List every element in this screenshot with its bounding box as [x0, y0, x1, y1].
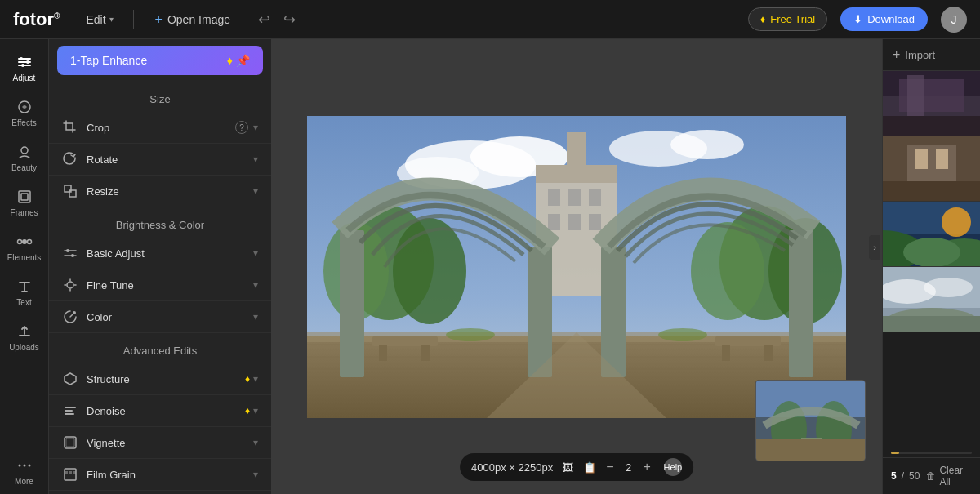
crop-help-icon[interactable]: ? — [235, 121, 248, 134]
help-button[interactable]: Help — [664, 458, 682, 476]
size-section-header: Size — [49, 82, 271, 112]
sidebar-item-elements[interactable]: Elements — [0, 225, 48, 270]
vignette-tool[interactable]: Vignette ▾ — [49, 427, 271, 459]
basic-adjust-chevron-icon: ▾ — [253, 247, 258, 259]
logo: fotor® — [13, 9, 60, 30]
svg-point-95 — [903, 238, 960, 267]
svg-rect-79 — [756, 439, 866, 461]
pixelate-tool[interactable]: Pixelate ▾ — [49, 491, 271, 494]
crop-icon — [62, 119, 78, 136]
image-dimensions: 4000px × 2250px — [471, 461, 553, 474]
progress-fill — [891, 452, 899, 454]
svg-rect-49 — [567, 132, 586, 181]
svg-point-18 — [66, 249, 69, 252]
crop-tool[interactable]: Crop ? ▾ — [49, 112, 271, 144]
beauty-icon — [16, 144, 33, 160]
film-grain-tool[interactable]: Film Grain ▾ — [49, 459, 271, 491]
canvas-area: 4000px × 2250px 🖼 📋 − 2 + Help — [271, 39, 882, 494]
edit-menu[interactable]: Edit ▾ — [79, 10, 119, 29]
resize-chevron-icon: ▾ — [253, 185, 258, 197]
color-icon — [62, 309, 78, 325]
vignette-icon — [62, 434, 78, 451]
basic-adjust-label: Basic Adjust — [87, 247, 253, 260]
brightness-section-header: Brightness & Color — [49, 207, 271, 238]
rotate-chevron-icon: ▾ — [253, 154, 258, 165]
effects-icon — [16, 99, 33, 115]
thumbnail-item-2[interactable] — [883, 136, 980, 202]
film-grain-icon — [62, 466, 78, 483]
color-chevron-icon: ▾ — [253, 311, 258, 323]
svg-point-21 — [73, 311, 76, 314]
adjust-icon — [16, 54, 33, 70]
svg-point-10 — [22, 239, 27, 244]
svg-point-73 — [658, 328, 707, 341]
svg-rect-83 — [907, 75, 924, 116]
svg-rect-87 — [915, 149, 928, 169]
thumbnail-image — [756, 381, 866, 461]
import-button[interactable]: + Import — [883, 39, 980, 71]
svg-point-14 — [23, 465, 25, 467]
icon-sidebar: Adjust Effects Beauty Frames — [0, 39, 49, 494]
thumbnail-item-4[interactable] — [883, 267, 980, 332]
download-button[interactable]: ⬇ Download — [840, 7, 928, 31]
undo-button[interactable]: ↩ — [255, 7, 274, 32]
enhance-button[interactable]: 1-Tap Enhance ♦ 📌 — [57, 46, 263, 75]
right-panel-toggle[interactable]: › — [869, 235, 880, 260]
zoom-controls: − 2 + — [606, 460, 651, 474]
open-image-plus-icon: + — [155, 12, 163, 27]
color-label: Color — [87, 311, 253, 323]
copy-icon: 📋 — [583, 461, 596, 474]
zoom-out-button[interactable]: − — [606, 460, 613, 474]
denoise-label: Denoise — [87, 405, 245, 417]
structure-label: Structure — [87, 373, 245, 385]
svg-rect-65 — [789, 230, 813, 377]
crown-icon: ♦ — [760, 13, 766, 25]
svg-rect-29 — [69, 471, 72, 474]
svg-point-12 — [27, 240, 31, 244]
zoom-in-button[interactable]: + — [644, 460, 651, 474]
svg-point-99 — [924, 278, 973, 297]
svg-point-92 — [942, 207, 971, 237]
topbar: fotor® Edit ▾ + Open Image ↩ ↪ ♦ Free Tr… — [0, 0, 980, 39]
thumbnail-item-3[interactable] — [883, 202, 980, 267]
redo-button[interactable]: ↪ — [280, 7, 299, 32]
main-content: Adjust Effects Beauty Frames — [0, 39, 980, 494]
svg-rect-63 — [528, 247, 552, 377]
structure-icon — [62, 371, 78, 387]
open-image-button[interactable]: + Open Image — [147, 9, 238, 30]
svg-rect-8 — [19, 191, 30, 202]
svg-point-1 — [20, 57, 23, 60]
rotate-tool[interactable]: Rotate ▾ — [49, 144, 271, 176]
sidebar-item-more[interactable]: More — [0, 449, 48, 494]
resize-tool[interactable]: Resize ▾ — [49, 176, 271, 207]
structure-tool[interactable]: Structure ♦ ▾ — [49, 363, 271, 395]
svg-rect-67 — [379, 345, 387, 361]
enhance-crown-icon: ♦ — [227, 54, 233, 67]
resize-icon — [62, 183, 78, 199]
sidebar-item-uploads[interactable]: Uploads — [0, 315, 48, 360]
svg-point-72 — [446, 328, 495, 341]
avatar[interactable]: J — [941, 7, 967, 33]
basic-adjust-icon — [62, 245, 78, 261]
main-image — [307, 116, 846, 418]
right-thumbnails — [883, 71, 980, 448]
denoise-tool[interactable]: Denoise ♦ ▾ — [49, 395, 271, 427]
svg-point-51 — [393, 218, 466, 324]
sidebar-item-text[interactable]: Text — [0, 270, 48, 315]
svg-rect-84 — [883, 116, 980, 136]
svg-rect-62 — [340, 230, 364, 377]
right-footer: 5 / 50 🗑 Clear All — [883, 457, 980, 494]
svg-point-20 — [67, 282, 74, 288]
basic-adjust-tool[interactable]: Basic Adjust ▾ — [49, 238, 271, 269]
sidebar-item-adjust[interactable]: Adjust — [0, 46, 48, 91]
fine-tune-tool[interactable]: Fine Tune ▾ — [49, 269, 271, 301]
rotate-label: Rotate — [87, 154, 253, 166]
clear-all-button[interactable]: 🗑 Clear All — [926, 465, 972, 487]
sidebar-item-effects[interactable]: Effects — [0, 91, 48, 136]
thumbnail-item-1[interactable] — [883, 71, 980, 136]
sidebar-item-frames[interactable]: Frames — [0, 180, 48, 225]
color-tool[interactable]: Color ▾ — [49, 301, 271, 333]
svg-point-5 — [21, 64, 24, 67]
sidebar-item-beauty[interactable]: Beauty — [0, 136, 48, 180]
free-trial-button[interactable]: ♦ Free Trial — [748, 7, 828, 31]
